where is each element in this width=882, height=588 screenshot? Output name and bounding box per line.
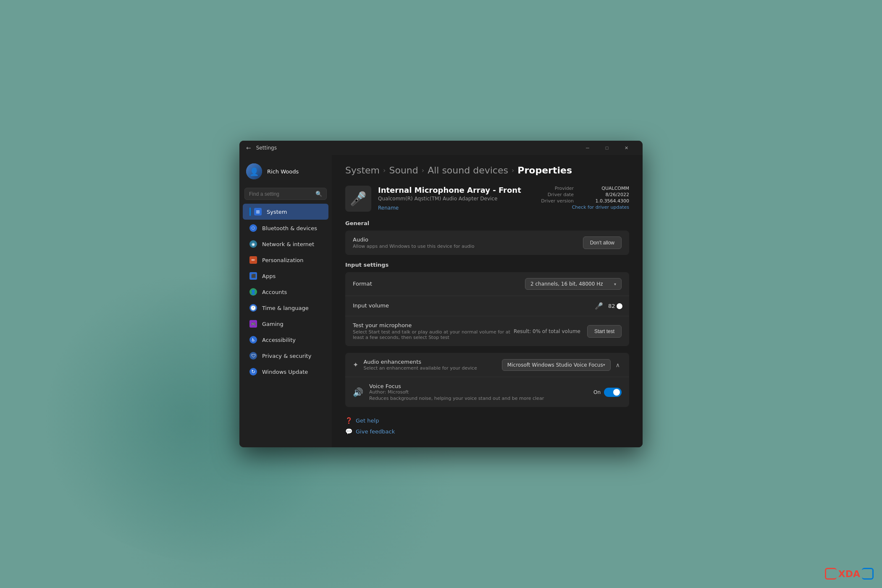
search-input[interactable]	[249, 191, 312, 197]
window-controls: ─ □ ✕	[578, 141, 636, 155]
general-label: General	[345, 220, 629, 226]
device-name: Internal Microphone Array - Front	[378, 186, 541, 194]
sidebar-item-network[interactable]: ◉ Network & internet	[243, 236, 328, 252]
user-profile[interactable]: Rich Woods	[239, 158, 332, 184]
voice-focus-info: Voice Focus Author: Microsoft Reduces ba…	[369, 383, 593, 401]
accounts-icon: 👤	[249, 288, 257, 296]
enhance-icon: ✦	[353, 361, 358, 369]
voice-focus-icon: 🔊	[353, 387, 363, 397]
dont-allow-button[interactable]: Don't allow	[583, 236, 622, 249]
rename-link[interactable]: Rename	[378, 205, 399, 211]
nav-label-accessibility: Accessibility	[262, 337, 296, 343]
nav-label-personalization: Personalization	[262, 257, 304, 263]
get-help-label: Get help	[356, 417, 379, 424]
audio-enhancements-item: ✦ Audio enhancements Select an enhanceme…	[345, 353, 629, 377]
nav-label-time: Time & language	[262, 305, 309, 311]
network-icon: ◉	[249, 240, 257, 248]
mic-volume-icon: 🎤	[595, 302, 603, 310]
back-button[interactable]: ←	[246, 144, 251, 151]
nav-label-accounts: Accounts	[262, 289, 287, 295]
app-title: Settings	[256, 145, 578, 151]
volume-thumb	[617, 303, 622, 309]
test-mic-title: Test your microphone	[353, 322, 514, 328]
enhance-chevron-icon: ▾	[603, 362, 605, 367]
audio-desc: Allow apps and Windows to use this devic…	[353, 244, 583, 249]
format-dropdown-wrap: 2 channels, 16 bit, 48000 Hz ▾	[525, 278, 622, 290]
format-title: Format	[353, 281, 372, 287]
enhance-dropdown-wrap: Microsoft Windows Studio Voice Focus ▾ ∧	[502, 359, 622, 371]
get-help-link[interactable]: ❓ Get help	[345, 417, 629, 424]
audio-item: Audio Allow apps and Windows to use this…	[345, 231, 629, 255]
breadcrumb-all-devices[interactable]: All sound devices	[428, 165, 508, 176]
nav-label-bluetooth: Bluetooth & devices	[262, 225, 317, 231]
breadcrumb-sep-3: ›	[512, 166, 514, 174]
device-icon: 🎤	[345, 186, 371, 212]
sidebar-item-update[interactable]: ↻ Windows Update	[243, 364, 328, 379]
sidebar-item-accounts[interactable]: 👤 Accounts	[243, 284, 328, 299]
general-group: Audio Allow apps and Windows to use this…	[345, 231, 629, 255]
general-section: General Audio Allow apps and Windows to …	[345, 220, 629, 255]
breadcrumb-sound[interactable]: Sound	[389, 165, 418, 176]
input-settings-section: Input settings Format 2 channels, 16 bit…	[345, 262, 629, 346]
voice-focus-title: Voice Focus	[369, 383, 593, 389]
privacy-icon: 🛡	[249, 352, 257, 360]
sidebar: Rich Woods 🔍 ⊞ System ⬡ Bluetooth & devi…	[239, 155, 332, 447]
enhance-desc: Select an enhancement available for your…	[363, 365, 477, 371]
format-chevron-icon: ▾	[614, 282, 616, 286]
sidebar-item-apps[interactable]: ⬛ Apps	[243, 268, 328, 284]
minimize-button[interactable]: ─	[578, 141, 597, 155]
avatar	[246, 163, 262, 179]
main-layout: Rich Woods 🔍 ⊞ System ⬡ Bluetooth & devi…	[239, 155, 643, 447]
maximize-button[interactable]: □	[597, 141, 617, 155]
sidebar-item-personalization[interactable]: ✏ Personalization	[243, 252, 328, 268]
sidebar-item-time[interactable]: 🕐 Time & language	[243, 300, 328, 315]
voice-focus-toggle[interactable]	[604, 388, 622, 397]
system-icon: ⊞	[254, 208, 262, 215]
xda-bracket-right	[862, 568, 874, 580]
gaming-icon: 🎮	[249, 320, 257, 328]
nav-label-network: Network & internet	[262, 241, 314, 247]
test-mic-desc: Select Start test and talk or play audio…	[353, 329, 514, 340]
breadcrumb-system[interactable]: System	[345, 165, 380, 176]
apps-icon: ⬛	[249, 272, 257, 280]
check-driver-link[interactable]: Check for driver updates	[541, 205, 629, 210]
sidebar-item-gaming[interactable]: 🎮 Gaming	[243, 316, 328, 331]
test-mic-item: Test your microphone Select Start test a…	[345, 316, 629, 346]
help-icon: ❓	[345, 417, 352, 424]
search-box[interactable]: 🔍	[244, 188, 327, 200]
close-button[interactable]: ✕	[617, 141, 636, 155]
sidebar-item-privacy[interactable]: 🛡 Privacy & security	[243, 348, 328, 363]
voice-focus-item: 🔊 Voice Focus Author: Microsoft Reduces …	[345, 377, 629, 407]
format-dropdown[interactable]: 2 channels, 16 bit, 48000 Hz ▾	[525, 278, 622, 290]
content-area: System › Sound › All sound devices › Pro…	[332, 155, 643, 447]
xda-bracket-left	[825, 568, 837, 580]
sidebar-item-system[interactable]: ⊞ System	[243, 204, 328, 220]
test-result: Result: 0% of total volume	[514, 328, 580, 334]
sidebar-item-accessibility[interactable]: ♿ Accessibility	[243, 332, 328, 347]
collapse-icon[interactable]: ∧	[614, 360, 622, 370]
xda-watermark: XDA	[825, 568, 874, 580]
enhance-header: ✦ Audio enhancements Select an enhanceme…	[353, 359, 477, 371]
enhance-title: Audio enhancements	[363, 359, 477, 365]
provider-value: QUALCOMM	[579, 186, 629, 191]
volume-item: Input volume 🎤 82	[345, 296, 629, 316]
enhance-dropdown[interactable]: Microsoft Windows Studio Voice Focus ▾	[502, 359, 611, 371]
nav-label-system: System	[267, 209, 287, 215]
device-info: Internal Microphone Array - Front Qualco…	[378, 186, 541, 211]
feedback-link[interactable]: 💬 Give feedback	[345, 428, 629, 435]
format-item: Format 2 channels, 16 bit, 48000 Hz ▾	[345, 272, 629, 296]
test-row: Result: 0% of total volume Start test	[514, 325, 622, 338]
footer-links: ❓ Get help 💬 Give feedback	[345, 417, 629, 435]
input-volume-title: Input volume	[353, 302, 389, 309]
start-test-button[interactable]: Start test	[587, 325, 622, 338]
nav-label-update: Windows Update	[262, 369, 308, 375]
driver-date-value: 8/26/2022	[579, 192, 629, 197]
format-value: 2 channels, 16 bit, 48000 Hz	[530, 281, 603, 287]
sidebar-item-bluetooth[interactable]: ⬡ Bluetooth & devices	[243, 220, 328, 236]
titlebar: ← Settings ─ □ ✕	[239, 141, 643, 155]
input-group: Format 2 channels, 16 bit, 48000 Hz ▾	[345, 272, 629, 346]
input-settings-label: Input settings	[345, 262, 629, 268]
driver-version-label: Driver version	[541, 198, 574, 204]
driver-date-label: Driver date	[548, 192, 574, 197]
search-icon: 🔍	[315, 191, 322, 197]
